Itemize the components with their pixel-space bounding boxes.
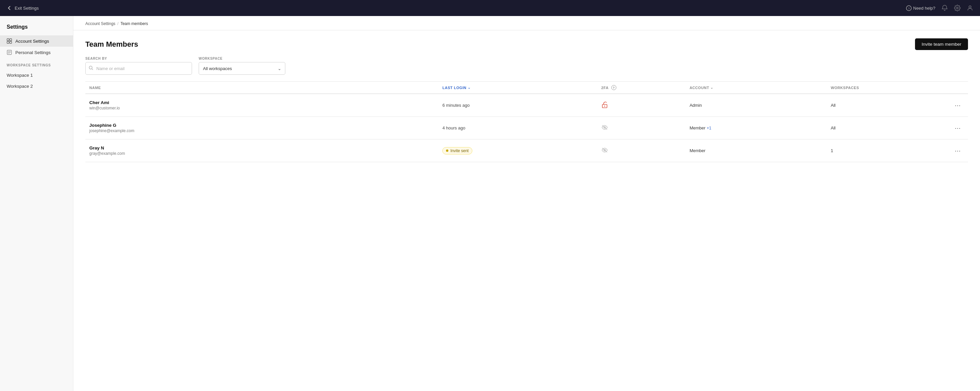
- member-2fa-cell: [597, 94, 686, 117]
- account-role: Member: [690, 125, 706, 131]
- member-actions-cell: ⋯: [933, 139, 968, 162]
- 2fa-disabled-icon: [601, 147, 608, 155]
- member-workspaces-cell: All: [827, 117, 933, 139]
- member-workspaces-cell: 1: [827, 139, 933, 162]
- members-table: NAME LAST LOGIN ⌄ 2FA ?: [85, 81, 968, 162]
- sidebar-item-workspace-1[interactable]: Workspace 1: [0, 70, 73, 81]
- member-workspaces-cell: All: [827, 94, 933, 117]
- settings-heading: Settings: [0, 23, 73, 35]
- search-label: SEARCH BY: [85, 57, 192, 61]
- member-name-cell: Josephine Gjosephine@example.com: [85, 117, 438, 139]
- workspace-select-wrapper: All workspaces Workspace 1 Workspace 2 ⌄: [199, 62, 285, 75]
- member-actions-cell: ⋯: [933, 94, 968, 117]
- member-more-button[interactable]: ⋯: [952, 146, 964, 156]
- svg-rect-5: [10, 39, 12, 41]
- breadcrumb: Account Settings / Team members: [73, 16, 980, 30]
- user-avatar-icon[interactable]: [967, 5, 973, 11]
- search-input[interactable]: [85, 62, 192, 75]
- settings-gear-icon[interactable]: [954, 5, 961, 11]
- 2fa-help-icon[interactable]: ?: [611, 85, 616, 90]
- top-navigation: Exit Settings ? Need help?: [0, 0, 980, 16]
- col-header-name: NAME: [85, 82, 438, 94]
- member-account-cell: Member+1: [686, 117, 827, 139]
- last-login-text: 6 minutes ago: [442, 103, 470, 108]
- search-wrapper: [85, 62, 192, 75]
- svg-text:?: ?: [908, 7, 909, 10]
- breadcrumb-parent-link[interactable]: Account Settings: [85, 21, 115, 26]
- account-sort-arrow-icon: ⌄: [710, 86, 713, 89]
- invite-sent-badge: Invite sent: [442, 147, 473, 155]
- badge-dot: [446, 150, 448, 152]
- need-help-label: Need help?: [913, 6, 935, 11]
- page-title: Team Members: [85, 40, 138, 49]
- member-last-login-cell: 6 minutes ago: [438, 94, 597, 117]
- main-content: Account Settings / Team members Team Mem…: [73, 16, 980, 391]
- need-help-button[interactable]: ? Need help?: [906, 5, 935, 11]
- member-account-cell: Admin: [686, 94, 827, 117]
- notifications-icon[interactable]: [941, 5, 948, 11]
- topnav-actions: ? Need help?: [906, 5, 974, 11]
- member-name: Josephine G: [89, 123, 434, 128]
- svg-point-2: [957, 7, 958, 9]
- breadcrumb-separator: /: [117, 21, 118, 26]
- sort-arrow-icon: ⌄: [468, 86, 471, 89]
- workspace-2-label: Workspace 2: [7, 84, 33, 89]
- exit-settings-label: Exit Settings: [15, 6, 39, 11]
- sidebar: Settings Account Settings Personal Setti…: [0, 16, 73, 391]
- page-header: Team Members Invite team member: [73, 30, 980, 57]
- member-last-login-cell: Invite sent: [438, 139, 597, 162]
- table-row: Josephine Gjosephine@example.com4 hours …: [85, 117, 968, 139]
- member-actions-cell: ⋯: [933, 117, 968, 139]
- member-more-button[interactable]: ⋯: [952, 123, 964, 133]
- table-row: Gray Ngray@example.comInvite sent Member…: [85, 139, 968, 162]
- workspace-1-label: Workspace 1: [7, 73, 33, 78]
- account-settings-label: Account Settings: [15, 39, 49, 44]
- workspaces-value: 1: [830, 148, 833, 153]
- sidebar-item-workspace-2[interactable]: Workspace 2: [0, 81, 73, 92]
- 2fa-disabled-icon: [601, 124, 608, 132]
- svg-rect-7: [10, 41, 12, 43]
- breadcrumb-current: Team members: [120, 21, 148, 26]
- member-2fa-cell: [597, 117, 686, 139]
- help-circle-icon: ?: [906, 5, 912, 11]
- member-name: Cher Ami: [89, 100, 434, 105]
- sidebar-item-personal-settings[interactable]: Personal Settings: [0, 47, 73, 58]
- workspaces-value: All: [830, 125, 835, 131]
- invite-sent-label: Invite sent: [450, 148, 469, 153]
- svg-rect-6: [7, 41, 9, 43]
- workspace-filter-group: WORKSPACE All workspaces Workspace 1 Wor…: [199, 57, 285, 75]
- workspace-select[interactable]: All workspaces Workspace 1 Workspace 2: [199, 62, 285, 75]
- workspace-filter-label: WORKSPACE: [199, 57, 285, 61]
- member-2fa-cell: [597, 139, 686, 162]
- account-settings-icon: [7, 38, 12, 44]
- members-table-container: NAME LAST LOGIN ⌄ 2FA ?: [73, 81, 980, 162]
- member-name: Gray N: [89, 145, 434, 150]
- col-header-actions: [933, 82, 968, 94]
- col-header-workspaces: WORKSPACES: [827, 82, 933, 94]
- col-header-account[interactable]: ACCOUNT ⌄: [686, 82, 827, 94]
- member-name-cell: Gray Ngray@example.com: [85, 139, 438, 162]
- svg-point-3: [969, 6, 971, 8]
- app-layout: Settings Account Settings Personal Setti…: [0, 16, 980, 391]
- sidebar-item-account-settings[interactable]: Account Settings: [0, 35, 73, 47]
- col-header-last-login[interactable]: LAST LOGIN ⌄: [438, 82, 597, 94]
- personal-settings-icon: [7, 50, 12, 55]
- col-header-2fa: 2FA ?: [597, 82, 686, 94]
- personal-settings-label: Personal Settings: [15, 50, 51, 55]
- invite-team-member-button[interactable]: Invite team member: [915, 38, 968, 50]
- member-email: win@customer.io: [89, 106, 434, 110]
- exit-settings-button[interactable]: Exit Settings: [7, 5, 39, 11]
- account-role: Member: [690, 148, 706, 153]
- member-more-button[interactable]: ⋯: [952, 101, 964, 110]
- table-header-row: NAME LAST LOGIN ⌄ 2FA ?: [85, 82, 968, 94]
- member-account-cell: Member: [686, 139, 827, 162]
- table-row: Cher Amiwin@customer.io6 minutes ago Adm…: [85, 94, 968, 117]
- member-email: josephine@example.com: [89, 128, 434, 133]
- account-extra[interactable]: +1: [707, 126, 711, 131]
- account-role: Admin: [690, 103, 702, 108]
- member-email: gray@example.com: [89, 151, 434, 156]
- svg-rect-4: [7, 39, 9, 41]
- workspace-settings-section-title: WORKSPACE SETTINGS: [0, 58, 73, 70]
- search-filter-group: SEARCH BY: [85, 57, 192, 75]
- 2fa-unlocked-icon: [601, 101, 608, 109]
